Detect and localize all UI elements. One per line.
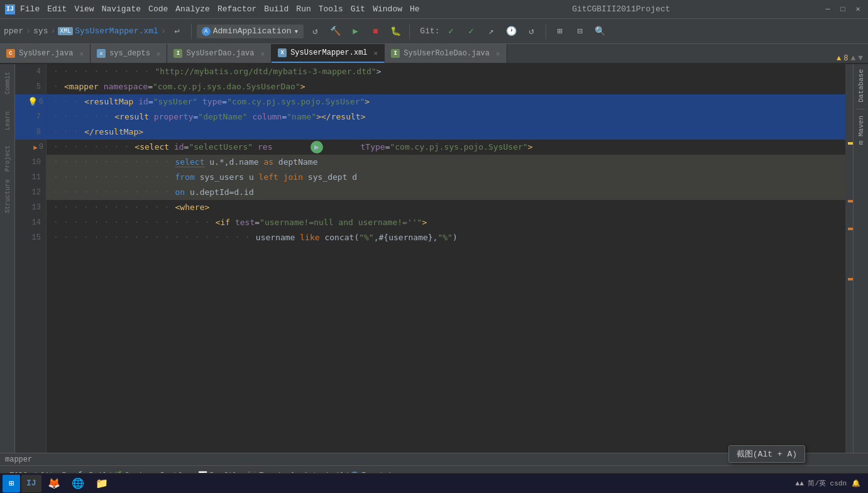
- commit-panel-tab[interactable]: Commit: [1, 64, 14, 102]
- dots-11: · · · · · · · · · · · ·: [54, 170, 175, 185]
- back-button[interactable]: ↩: [168, 23, 186, 40]
- sql-from: from: [175, 170, 195, 185]
- tab-close-sysuserxml[interactable]: ✕: [374, 49, 378, 57]
- git-push[interactable]: ↗: [483, 23, 500, 40]
- breadcrumb-sep2: ›: [50, 26, 55, 36]
- line-num-7: 7: [15, 109, 46, 125]
- tab-close-sysusermap[interactable]: ✕: [79, 50, 84, 58]
- close-button[interactable]: ✕: [853, 4, 863, 14]
- tab-sysusermap[interactable]: C SysUser.java ✕: [0, 44, 91, 63]
- warning-count: 8: [843, 54, 848, 63]
- menu-run[interactable]: Run: [296, 4, 310, 14]
- taskbar-explorer[interactable]: 📁: [91, 475, 113, 492]
- menu-navigate[interactable]: Navigate: [102, 4, 141, 14]
- menu-window[interactable]: Window: [373, 4, 402, 14]
- line-num-15: 15: [15, 230, 46, 245]
- sql-as: as: [263, 155, 273, 170]
- run-button[interactable]: ▶: [346, 23, 364, 40]
- attr-9c: tType: [361, 140, 385, 155]
- windows-taskbar: ⊞ IJ 🦊 🌐 📁 ▲▲ 简/英 csdn 🔔: [0, 473, 868, 493]
- attr-7a: property: [149, 109, 193, 125]
- code-line-14: · · · · · · · · · · · · · · · · <if test…: [47, 215, 845, 230]
- menu-refactor[interactable]: Refactor: [217, 4, 256, 14]
- menu-tools[interactable]: Tools: [319, 4, 343, 14]
- run-play-icon[interactable]: ▶: [310, 141, 323, 153]
- expand-icon[interactable]: ▼: [858, 53, 863, 63]
- sql-concat: concat(: [320, 230, 360, 245]
- sql-left: left: [259, 170, 278, 185]
- grid-view-button[interactable]: ⊞: [551, 23, 569, 40]
- menu-build[interactable]: Build: [264, 4, 288, 14]
- menu-help[interactable]: He: [410, 4, 420, 14]
- taskbar-browser[interactable]: 🦊: [43, 475, 65, 492]
- menu-git[interactable]: Git: [351, 4, 365, 14]
- tag-6b: >: [365, 94, 370, 109]
- dots-10: · · · · · · · · · · · ·: [54, 155, 175, 170]
- window-controls[interactable]: ─ □ ✕: [823, 4, 863, 14]
- maximize-button[interactable]: □: [838, 4, 848, 14]
- browser-icon: 🦊: [48, 477, 60, 490]
- structure-panel-tab[interactable]: Structure: [1, 177, 14, 215]
- eq-5: =: [148, 79, 153, 94]
- line-num-5: 5: [15, 79, 46, 94]
- dots-9: · · · · · · · ·: [54, 140, 135, 155]
- git-revert[interactable]: ↺: [523, 23, 541, 40]
- attr-9a: id: [169, 140, 184, 155]
- tab-close-sysuserdao[interactable]: ✕: [261, 50, 265, 58]
- tag-5b: >: [300, 79, 305, 94]
- menu-edit[interactable]: Edit: [47, 4, 67, 14]
- tab-icon-sysusermap: C: [6, 49, 15, 58]
- stop-button[interactable]: ■: [366, 23, 384, 40]
- right-panel-divider: [857, 109, 865, 109]
- code-line-13: · · · · · · · · · · · · <where>: [47, 200, 845, 215]
- dots-6: · · ·: [54, 94, 84, 109]
- windows-start-button[interactable]: ⊞: [3, 475, 20, 492]
- tab-close-sysdepts[interactable]: ✕: [157, 50, 161, 58]
- menu-code[interactable]: Code: [148, 4, 168, 14]
- tab-sysuserdao[interactable]: I SysUserDao.java ✕: [167, 44, 272, 63]
- run-config-dropdown[interactable]: A AdminApplication ▾: [197, 25, 304, 38]
- tab-icon-sysuserdao: I: [173, 49, 182, 58]
- line-num-12: 12: [15, 185, 46, 200]
- windows-logo-icon: ⊞: [9, 478, 14, 489]
- bulb-icon[interactable]: 💡: [28, 97, 38, 107]
- menu-file[interactable]: File: [20, 4, 40, 14]
- menu-view[interactable]: View: [74, 4, 94, 14]
- project-panel-tab[interactable]: Project: [1, 140, 14, 177]
- git-check2[interactable]: ✓: [463, 23, 480, 40]
- sql-cols: u.*,d.name: [204, 155, 263, 170]
- learn-panel-tab[interactable]: Learn: [1, 102, 14, 140]
- scroll-marker-orange3: [848, 278, 853, 280]
- scroll-marker-orange1: [848, 200, 853, 202]
- chrome-icon: 🌐: [72, 477, 84, 490]
- attr-6a: id: [133, 94, 148, 109]
- redo-button[interactable]: ↺: [306, 23, 324, 40]
- search-everywhere-button[interactable]: 🔍: [591, 23, 609, 40]
- git-history[interactable]: 🕐: [503, 23, 520, 40]
- file-type-icon: XML: [58, 27, 73, 35]
- collapse-icon[interactable]: ▲: [850, 53, 855, 63]
- minimize-button[interactable]: ─: [823, 4, 833, 14]
- tab-close-sysuseroledao[interactable]: ✕: [496, 50, 500, 58]
- maven-panel-tab[interactable]: m Maven: [855, 111, 867, 150]
- attr-9b: res: [253, 140, 272, 155]
- fold-arrow-icon[interactable]: ▶: [33, 143, 38, 152]
- dots-7: · · · · · ·: [54, 109, 114, 125]
- taskbar-chrome[interactable]: 🌐: [67, 475, 89, 492]
- tab-sysdepts[interactable]: ≡ sys_depts ✕: [91, 44, 167, 63]
- breadcrumb-file: XML SysUserMapper.xml: [58, 26, 158, 36]
- menu-analyze[interactable]: Analyze: [175, 4, 210, 14]
- tab-sysuserxml[interactable]: X SysUserMapper.xml ✕: [272, 44, 385, 63]
- menu-bar[interactable]: File Edit View Navigate Code Analyze Ref…: [20, 4, 420, 14]
- eq-9a: =: [184, 140, 189, 155]
- database-panel-tab[interactable]: Database: [855, 64, 867, 108]
- build-button[interactable]: 🔨: [326, 23, 344, 40]
- run-play-button[interactable]: ▶: [310, 140, 323, 155]
- panel-button[interactable]: ⊟: [571, 23, 589, 40]
- debug-button[interactable]: 🐛: [387, 23, 404, 40]
- tab-sysuseroledao[interactable]: I SysUserRoleDao.java ✕: [385, 44, 507, 63]
- git-check1[interactable]: ✓: [442, 23, 460, 40]
- taskbar-intellij[interactable]: IJ: [21, 475, 41, 492]
- dots-13: · · · · · · · · · · · ·: [54, 200, 175, 215]
- code-area[interactable]: · · · · · · · · · · "http://mybatis.org/…: [47, 64, 845, 453]
